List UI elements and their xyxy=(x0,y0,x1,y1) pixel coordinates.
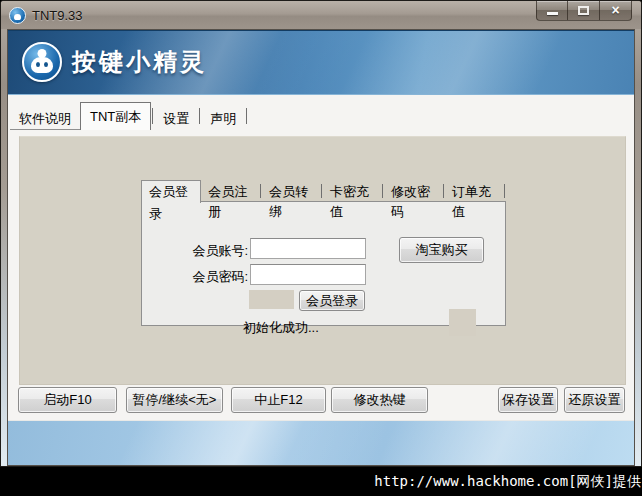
stop-button[interactable]: 中止F12 xyxy=(231,387,326,413)
indicator-box xyxy=(449,309,476,336)
tab-separator xyxy=(443,184,444,198)
save-settings-button[interactable]: 保存设置 xyxy=(498,387,558,413)
tab-card-recharge[interactable]: 卡密充值 xyxy=(323,182,381,202)
captcha-box xyxy=(249,290,294,309)
account-label: 会员账号: xyxy=(178,242,248,260)
pause-resume-button[interactable]: 暂停/继续<无> xyxy=(126,387,223,413)
tab-separator xyxy=(504,184,505,198)
main-tab-strip: 软件说明 TNT副本 设置 声明 xyxy=(10,102,248,130)
tab-separator xyxy=(260,184,261,198)
tab-member-rebind[interactable]: 会员转绑 xyxy=(262,182,320,202)
tab-settings[interactable]: 设置 xyxy=(154,107,198,130)
tab-separator xyxy=(152,108,153,124)
tab-tnt-copy[interactable]: TNT副本 xyxy=(80,102,151,130)
member-login-button[interactable]: 会员登录 xyxy=(299,290,365,311)
window-title: TNT9.33 xyxy=(32,8,83,23)
close-button[interactable]: × xyxy=(600,1,632,21)
init-status-text: 初始化成功... xyxy=(243,319,319,337)
credit-bar: http://www.hackhome.com[网侠]提供 xyxy=(0,467,642,496)
footer-band xyxy=(8,420,634,465)
tab-statement[interactable]: 声明 xyxy=(201,107,245,130)
close-icon: × xyxy=(600,2,631,18)
tab-separator xyxy=(321,184,322,198)
taobao-buy-button[interactable]: 淘宝购买 xyxy=(399,237,484,263)
restore-settings-button[interactable]: 还原设置 xyxy=(564,387,625,413)
tab-separator xyxy=(246,108,247,124)
titlebar[interactable]: TNT9.33 × xyxy=(1,1,641,29)
account-input[interactable] xyxy=(250,238,366,259)
window-content: 按键小精灵 软件说明 TNT副本 设置 声明 会员登录 会员注册 xyxy=(7,29,635,466)
tab-software-info[interactable]: 软件说明 xyxy=(10,107,80,130)
tab-member-login[interactable]: 会员登录 xyxy=(141,180,201,203)
tab-separator xyxy=(199,108,200,124)
tab-member-register[interactable]: 会员注册 xyxy=(201,182,259,202)
brand-logo-icon xyxy=(22,42,62,82)
brand-header: 按键小精灵 xyxy=(8,30,634,95)
minimize-icon xyxy=(547,12,558,15)
tab-change-password[interactable]: 修改密码 xyxy=(384,182,442,202)
app-icon xyxy=(9,7,26,24)
password-input[interactable] xyxy=(250,264,366,285)
brand-title: 按键小精灵 xyxy=(72,46,207,78)
member-tab-group: 会员登录 会员注册 会员转绑 卡密充值 修改密码 订单充值 会员账号: 淘宝购买 xyxy=(141,179,506,326)
maximize-button[interactable] xyxy=(568,1,600,21)
password-label: 会员密码: xyxy=(178,268,248,286)
minimize-button[interactable] xyxy=(536,1,568,21)
app-window: TNT9.33 × 按键小精灵 软件说明 xyxy=(0,0,642,467)
main-body: 软件说明 TNT副本 设置 声明 会员登录 会员注册 会员转绑 卡密充值 xyxy=(8,95,634,420)
start-button[interactable]: 启动F10 xyxy=(18,387,117,413)
tab-separator xyxy=(382,184,383,198)
maximize-icon xyxy=(578,6,589,15)
member-tab-strip: 会员登录 会员注册 会员转绑 卡密充值 修改密码 订单充值 xyxy=(141,179,506,202)
tab-order-recharge[interactable]: 订单充值 xyxy=(445,182,503,202)
window-controls: × xyxy=(536,1,632,21)
credit-text: http://www.hackhome.com[网侠]提供 xyxy=(374,473,642,491)
modify-hotkey-button[interactable]: 修改热键 xyxy=(331,387,428,413)
